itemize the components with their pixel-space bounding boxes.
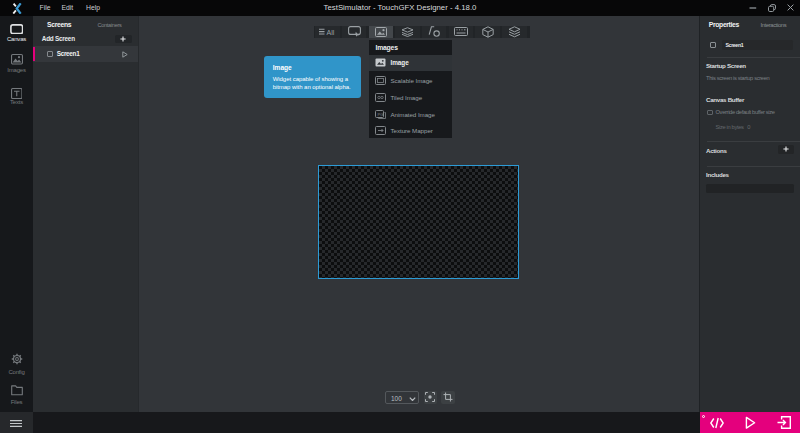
svg-text:All: All xyxy=(326,29,334,36)
svg-text:PG: PG xyxy=(378,112,384,117)
